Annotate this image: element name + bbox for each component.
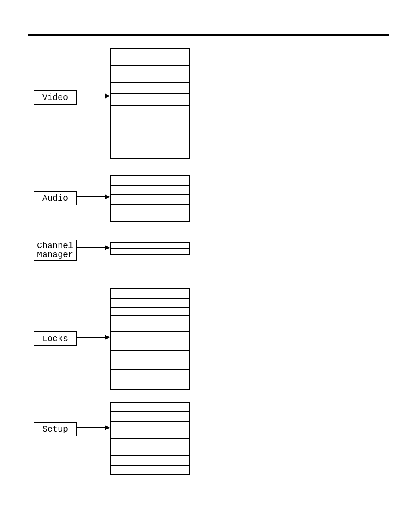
table-row	[111, 350, 189, 369]
table-row	[111, 315, 189, 331]
table-row	[111, 212, 189, 221]
table-row	[111, 421, 189, 429]
table-row	[111, 429, 189, 438]
table-row	[111, 369, 189, 389]
menu-video: Video	[34, 90, 77, 105]
table-row	[111, 112, 189, 131]
video-submenu-table	[110, 48, 190, 159]
table-row	[111, 298, 189, 307]
table-row	[111, 75, 189, 82]
arrow-icon	[75, 244, 110, 252]
arrow-icon	[75, 92, 110, 100]
setup-submenu-table	[110, 402, 190, 475]
menu-channel-label: Channel Manager	[37, 241, 73, 259]
table-row	[111, 243, 189, 248]
arrow-icon	[75, 424, 110, 432]
table-row	[111, 455, 189, 465]
menu-locks: Locks	[34, 331, 77, 346]
svg-marker-7	[105, 335, 110, 340]
audio-submenu-table	[110, 175, 190, 222]
table-row	[111, 93, 189, 105]
menu-setup: Setup	[34, 422, 77, 436]
table-row	[111, 176, 189, 185]
locks-submenu-table	[110, 288, 190, 390]
table-row	[111, 185, 189, 194]
menu-audio-label: Audio	[42, 194, 68, 203]
arrow-icon	[75, 333, 110, 341]
svg-marker-3	[105, 194, 110, 199]
table-row	[111, 204, 189, 212]
channel-submenu-table	[110, 242, 190, 255]
table-row	[111, 248, 189, 254]
svg-marker-1	[105, 93, 110, 99]
table-row	[111, 149, 189, 158]
table-row	[111, 411, 189, 421]
table-row	[111, 105, 189, 112]
table-row	[111, 289, 189, 298]
table-row	[111, 65, 189, 75]
svg-marker-5	[105, 245, 110, 250]
page-root: Video Audio Channel Manager Locks Setup	[0, 0, 411, 532]
table-row	[111, 307, 189, 315]
arrow-icon	[75, 193, 110, 201]
menu-locks-label: Locks	[42, 334, 68, 343]
table-row	[111, 131, 189, 149]
table-row	[111, 403, 189, 411]
table-row	[111, 82, 189, 93]
table-row	[111, 194, 189, 204]
table-row	[111, 465, 189, 474]
table-row	[111, 331, 189, 350]
svg-marker-9	[105, 425, 110, 430]
menu-channel-manager: Channel Manager	[34, 240, 77, 261]
header-rule	[28, 34, 389, 36]
menu-setup-label: Setup	[42, 425, 68, 434]
menu-video-label: Video	[42, 93, 68, 102]
menu-audio: Audio	[34, 191, 77, 205]
table-row	[111, 49, 189, 65]
table-row	[111, 438, 189, 448]
table-row	[111, 448, 189, 455]
